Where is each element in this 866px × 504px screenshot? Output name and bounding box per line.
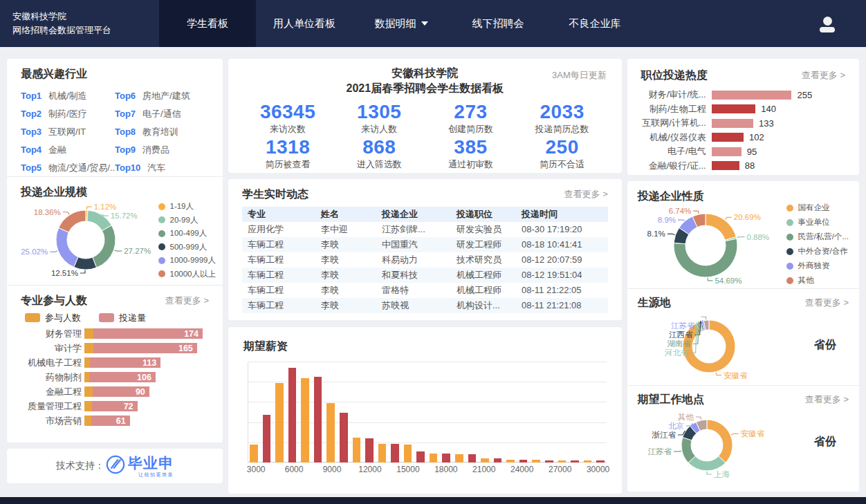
job-heat-row: 财务/审计/统...255 [641,88,845,102]
salary-bar [519,460,528,463]
salary-bar [558,460,566,463]
salary-bar [250,445,258,463]
nav-tab-0[interactable]: 学生看板 [159,0,256,47]
nav-tab-1[interactable]: 用人单位看板 [256,0,353,47]
legend-item: 参与人数 [25,312,81,323]
legend-item: 100-499人 [158,228,217,239]
legend-item: 民营/私营/个... [786,232,849,242]
stat-item: 1305来访人数 [333,100,425,135]
svg-text:25.02%: 25.02% [21,248,48,256]
company-scale-title: 投递企业规模 [21,185,209,198]
salary-bar [275,383,284,463]
salary-chart: 3000600090001200015000180002100024000270… [243,362,607,478]
majors-bar-row: 机械电子工程113 [21,355,209,370]
salary-bar [584,460,592,463]
activity-row: 车辆工程李映和夏科技机械工程师08-12 19:51:04 [242,268,608,283]
salary-bar [353,438,361,463]
svg-text:54.69%: 54.69% [715,277,741,285]
legend-item: 1000-9999人 [158,255,217,265]
middle-column: 安徽科技学院 2021届春季招聘会学生数据看板 3AM每日更新 36345来访次… [228,59,622,500]
main-content: 最感兴趣行业 Top1机械/制造Top6房地产/建筑Top2制药/医疗Top7电… [0,47,866,500]
activity-row: 车辆工程李映科易动力技术研究员08-12 20:07:59 [242,252,608,268]
interest-item: Top4金融 [21,140,115,158]
interest-item: Top3互联网/IT [21,122,115,140]
origin-more-link[interactable]: 查看更多 > [805,296,849,309]
origin-title: 生源地 [638,296,671,309]
svg-text:20.69%: 20.69% [734,213,761,221]
svg-text:安徽省: 安徽省 [724,371,748,380]
brand-name: 毕业申 [128,454,174,473]
tech-support-card: 技术支持： 毕业申 让校招更简单 [7,449,223,483]
svg-text:1.12%: 1.12% [94,203,117,211]
nav-tab-2[interactable]: 数据明细 [353,0,450,47]
job-heat-row: 互联网/计算机...133 [641,116,845,131]
majors-bar-row: 市场营销61 [21,413,209,428]
salary-bar [442,454,450,463]
svg-text:15.72%: 15.72% [111,212,138,220]
interest-item: Top1机械/制造 [21,86,115,104]
interests-list: Top1机械/制造Top6房地产/建筑Top2制药/医疗Top7电子/通信Top… [21,86,209,176]
majors-bar-row: 财务管理174 [21,326,209,341]
legend-item: 其他 [786,275,849,286]
interest-item: Top6房地产/建筑 [115,86,209,104]
interest-item: Top10汽车 [115,158,209,176]
user-icon[interactable] [820,17,835,33]
svg-text:河北省: 河北省 [664,348,689,357]
majors-legend: 参与人数投递量 [25,312,209,323]
svg-text:其他: 其他 [678,413,694,421]
svg-text:6.74%: 6.74% [668,207,691,215]
svg-text:江西省: 江西省 [669,330,693,339]
job-heat-row: 金融/银行/证...88 [641,159,845,174]
salary-bar [455,454,463,463]
left-column: 最感兴趣行业 Top1机械/制造Top6房地产/建筑Top2制药/医疗Top7电… [7,59,223,500]
majors-more-link[interactable]: 查看更多 > [165,294,209,307]
job-heat-more-link[interactable]: 查看更多 > [802,68,845,82]
salary-bar [301,378,309,463]
logo-line1: 安徽科技学院 [12,10,159,24]
salary-bar [263,415,271,463]
right-panel-card: 投递企业性质 20.69%0.88%54.69%6.74%8.9%8.1% 国有… [627,181,859,492]
stat-item: 1318简历被查看 [242,135,333,170]
workplace-more-link[interactable]: 查看更多 > [805,393,849,406]
svg-text:湖南省: 湖南省 [667,339,691,348]
salary-bar [571,460,579,463]
activity-row: 车辆工程李映雷格特机械工程师08-11 21:22:05 [242,283,608,298]
salary-bar [468,454,477,463]
nature-title: 投递企业性质 [638,189,849,203]
job-heat-row: 制药/生物工程140 [641,102,845,117]
nav-tabs: 学生看板用人单位看板数据明细线下招聘会不良企业库 [159,0,643,47]
origin-axis-word: 省份 [814,338,836,353]
salary-bar [340,413,348,463]
nav-tab-3[interactable]: 线下招聘会 [450,0,546,47]
job-heat-card: 职位投递热度 查看更多 > 财务/审计/统...255制药/生物工程140互联网… [627,59,859,175]
biyeshen-logo-icon [106,455,125,477]
svg-text:27.27%: 27.27% [124,247,151,255]
workplace-section: 期望工作地点 查看更多 > 安徽省上海其他北京浙江省江苏省 省份 [627,385,859,490]
salary-bar [430,454,438,463]
workplace-donut-chart: 安徽省上海其他北京浙江省江苏省 [638,406,842,483]
salary-bar [404,445,412,463]
salary-bar [532,460,540,463]
majors-bar-row: 金融工程90 [21,384,209,399]
nav-tab-4[interactable]: 不良企业库 [546,0,643,47]
svg-text:浙江省: 浙江省 [651,431,676,439]
interests-title: 最感兴趣行业 [21,67,209,80]
activity-more-link[interactable]: 查看更多 > [564,187,608,200]
activity-card: 学生实时动态 查看更多 > 专业姓名投递企业投递职位投递时间 应用化学李中迎江苏… [228,179,622,320]
nature-legend: 国有企业事业单位民营/私营/个...中外合资/合作外商独资其他 [786,203,849,290]
legend-item: 投递量 [99,312,146,323]
activity-row: 车辆工程李映苏映视机构设计...08-11 21:21:08 [242,298,608,313]
interest-item: Top5物流/交通/贸易/... [21,158,115,176]
stat-item: 273创建简历数 [425,100,516,135]
salary-bar [416,451,425,463]
salary-bar [326,403,335,463]
stat-item: 250简历不合适 [517,135,608,170]
company-scale-section: 投递企业规模 1.12%15.72%27.27%18.36%25.02%12.5… [7,176,223,285]
workplace-axis-word: 省份 [814,435,836,449]
majors-section: 专业参与人数 查看更多 > 参与人数投递量 财务管理174审计学165机械电子工… [7,285,223,441]
interest-item: Top9消费品 [115,140,209,158]
svg-text:安徽省: 安徽省 [740,429,764,438]
salary-bar [288,368,297,463]
salary-bar [365,438,374,463]
svg-text:8.1%: 8.1% [647,230,665,238]
